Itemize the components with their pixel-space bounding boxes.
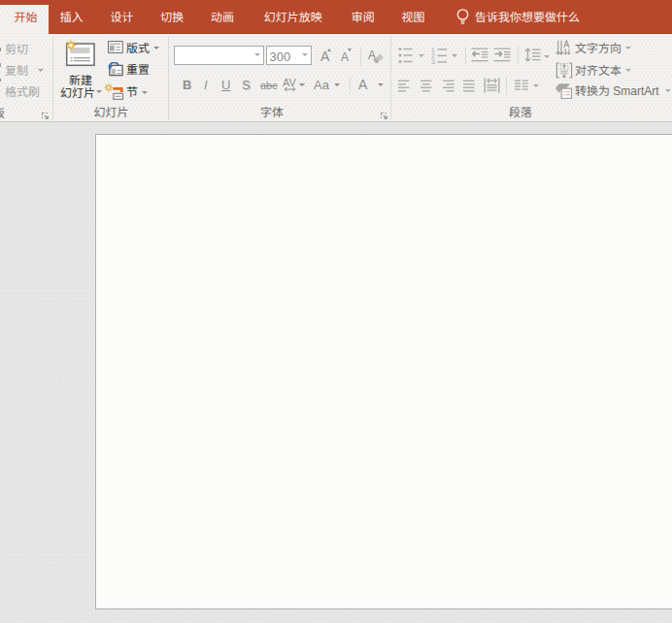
svg-text:3: 3 (431, 58, 435, 64)
